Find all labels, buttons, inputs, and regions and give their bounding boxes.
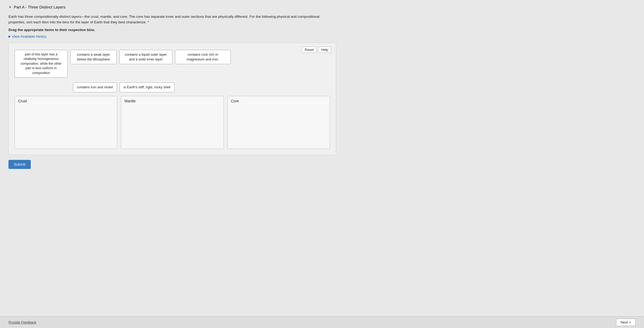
- bin-mantle[interactable]: Mantle: [121, 96, 224, 149]
- part-title: Part A - Three Distinct Layers: [14, 5, 65, 9]
- provide-feedback-link[interactable]: Provide Feedback: [8, 320, 36, 324]
- collapse-arrow[interactable]: ▼: [8, 5, 12, 9]
- drag-item-2[interactable]: contains a weak layer below the lithosph…: [70, 50, 117, 64]
- bin-crust[interactable]: Crust: [15, 96, 117, 149]
- drag-item-3[interactable]: contains a liquid outer layer and a soli…: [119, 50, 172, 64]
- bins-row: Crust Mantle Core: [15, 96, 330, 149]
- part-header: ▼ Part A - Three Distinct Layers: [8, 5, 336, 9]
- drag-item-1[interactable]: part of this layer has a relatively homo…: [15, 50, 68, 78]
- activity-box: Reset Help part of this layer has a rela…: [8, 43, 336, 155]
- drag-row-2: contains iron and nickel is Earth's stif…: [73, 82, 174, 92]
- bin-core-label: Core: [231, 99, 327, 103]
- hint-link[interactable]: ▶ View Available Hint(s): [8, 34, 336, 38]
- drag-item-6[interactable]: is Earth's stiff, rigid, rocky shell: [120, 82, 174, 92]
- submit-button[interactable]: Submit: [8, 160, 31, 169]
- hint-arrow: ▶: [8, 35, 11, 38]
- bin-crust-label: Crust: [18, 99, 114, 103]
- bottom-bar: Provide Feedback Next >: [0, 316, 644, 328]
- help-button[interactable]: Help: [318, 47, 331, 53]
- bin-mantle-label: Mantle: [124, 99, 220, 103]
- next-button[interactable]: Next >: [616, 319, 636, 326]
- hint-label: View Available Hint(s): [12, 34, 46, 38]
- drag-items-area: part of this layer has a relatively homo…: [15, 48, 330, 92]
- drag-item-4[interactable]: contains rock rich in magnesium and iron…: [175, 50, 231, 64]
- top-buttons: Reset Help: [302, 47, 331, 53]
- bin-core[interactable]: Core: [227, 96, 330, 149]
- reset-button[interactable]: Reset: [302, 47, 317, 53]
- drag-row-1: part of this layer has a relatively homo…: [15, 50, 231, 78]
- description-text: Earth has three compositionally distinct…: [8, 14, 327, 25]
- drag-item-5[interactable]: contains iron and nickel: [73, 82, 117, 92]
- drag-instruction: Drag the appropriate items to their resp…: [8, 28, 336, 32]
